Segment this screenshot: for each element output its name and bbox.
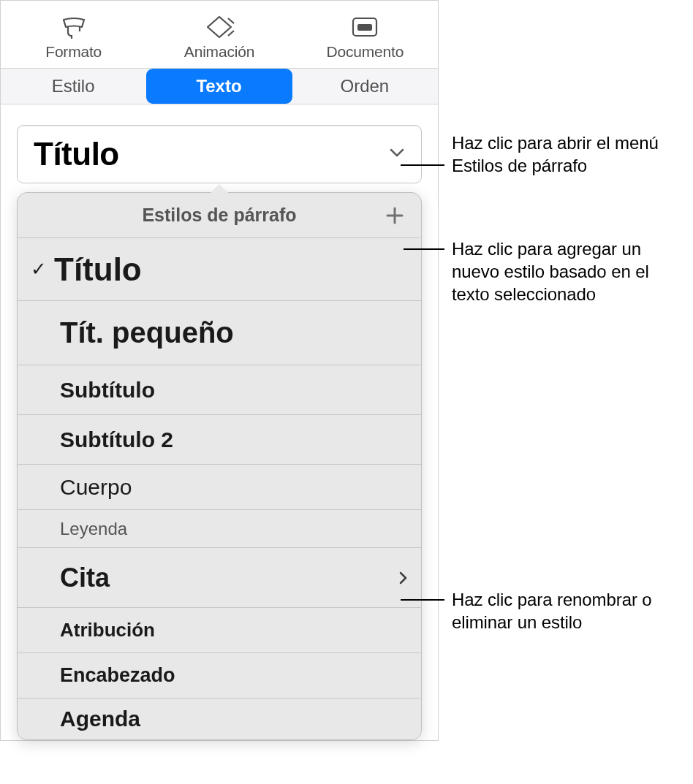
style-item-label: Leyenda: [31, 519, 408, 539]
callout-line: [404, 248, 444, 250]
document-label: Documento: [327, 43, 404, 61]
format-toolbar-button[interactable]: Formato: [1, 14, 146, 61]
style-item-label: Atribución: [31, 619, 408, 642]
presentation-icon: [347, 14, 382, 40]
styles-list: ✓ Título Tít. pequeño Subtítulo Subtítul…: [18, 238, 421, 739]
diamond-icon: [202, 14, 237, 40]
style-item-label: Cita: [31, 563, 395, 593]
style-item-titulo[interactable]: ✓ Título: [18, 238, 421, 301]
add-style-button[interactable]: [385, 205, 405, 226]
main-toolbar: Formato Animación Documento: [1, 1, 438, 69]
style-item-subtitulo-2[interactable]: Subtítulo 2: [18, 415, 421, 465]
callout-open-menu: Haz clic para abrir el menú Estilos de p…: [452, 132, 686, 177]
style-item-atribucion[interactable]: Atribución: [18, 608, 421, 653]
svg-rect-1: [357, 24, 372, 31]
style-item-label: Cuerpo: [31, 475, 408, 500]
style-item-cita[interactable]: Cita: [18, 548, 421, 608]
tab-style[interactable]: Estilo: [1, 69, 146, 104]
callout-line: [401, 164, 444, 166]
style-item-subtitulo[interactable]: Subtítulo: [18, 365, 421, 415]
style-item-tit-pequeno[interactable]: Tít. pequeño: [18, 301, 421, 365]
paintbrush-icon: [56, 14, 91, 40]
tab-order[interactable]: Orden: [292, 69, 438, 104]
style-item-label: Título: [54, 251, 408, 288]
style-item-label: Subtítulo: [31, 378, 408, 403]
style-item-agenda[interactable]: Agenda: [18, 699, 421, 739]
paragraph-styles-popover: Estilos de párrafo ✓ Título Tít. pequeño…: [17, 192, 422, 740]
callout-add-style: Haz clic para agregar un nuevo estilo ba…: [452, 237, 686, 306]
chevron-right-icon[interactable]: [395, 571, 408, 585]
style-item-cuerpo[interactable]: Cuerpo: [18, 465, 421, 510]
animation-toolbar-button[interactable]: Animación: [146, 14, 292, 61]
format-inspector-panel: Formato Animación Documento Est: [0, 0, 439, 741]
style-item-leyenda[interactable]: Leyenda: [18, 510, 421, 548]
popover-header: Estilos de párrafo: [18, 193, 421, 238]
inspector-tabs: Estilo Texto Orden: [1, 69, 438, 104]
animation-label: Animación: [184, 43, 254, 61]
tab-text[interactable]: Texto: [146, 69, 292, 104]
callout-rename-delete: Haz clic para renombrar o eliminar un es…: [452, 588, 686, 633]
current-style-name: Título: [34, 136, 119, 172]
format-label: Formato: [45, 43, 102, 61]
plus-icon: [385, 206, 404, 225]
style-item-label: Encabezado: [31, 664, 408, 687]
style-item-label: Subtítulo 2: [31, 427, 408, 452]
document-toolbar-button[interactable]: Documento: [292, 14, 438, 61]
style-item-encabezado[interactable]: Encabezado: [18, 653, 421, 699]
style-item-label: Agenda: [31, 707, 408, 731]
callout-line: [401, 599, 444, 601]
checkmark-icon: ✓: [31, 258, 54, 281]
style-item-label: Tít. pequeño: [31, 316, 408, 349]
chevron-down-icon: [389, 147, 405, 161]
paragraph-style-selector[interactable]: Título: [17, 125, 422, 183]
popover-title: Estilos de párrafo: [142, 205, 296, 226]
